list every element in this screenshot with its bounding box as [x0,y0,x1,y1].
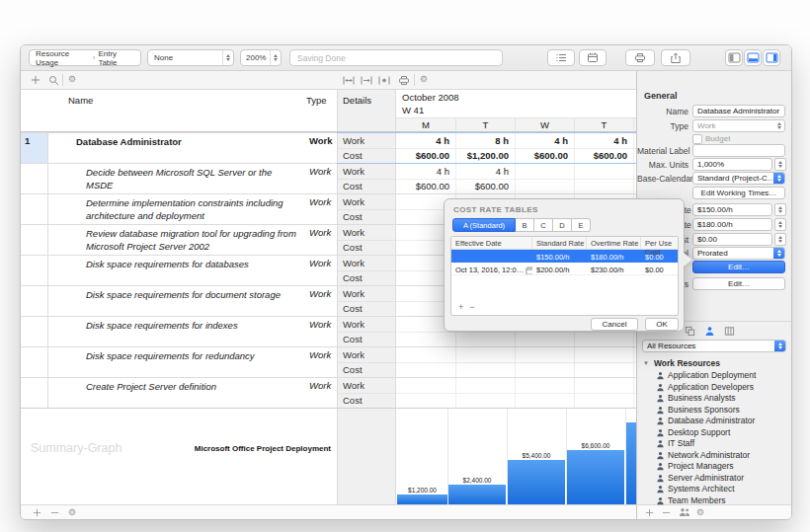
base-calendar-dropdown[interactable]: Standard (Project-C… [692,172,785,185]
task-name-cell[interactable]: Disk space requirements for indexes [48,317,302,332]
task-name-cell[interactable]: Review database migration tool for upgra… [48,225,302,253]
work-value-cell[interactable] [575,347,634,362]
per-use-cost-field[interactable]: $0.00 [692,233,772,246]
action-menu-button[interactable]: ⚙ [68,508,76,517]
row-number-cell[interactable] [21,164,48,193]
view-filter-dropdown[interactable]: None [147,49,234,66]
material-label-field[interactable] [692,144,785,157]
task-name-cell[interactable]: Disk space requirements for databases [48,256,302,270]
per-use-cost-column-header[interactable]: Per Use Cost [641,237,678,249]
breadcrumb[interactable]: Resource Usage › Entry Table [29,49,141,66]
cost-value-cell[interactable] [575,333,634,346]
rate-table-row-selected[interactable]: $150.00/h $180.00/h $0.00 [451,250,678,263]
type-cell[interactable]: Work [302,286,337,299]
row-number-cell[interactable] [21,347,48,377]
edit-working-times-button[interactable]: Edit Working Times… [692,187,785,199]
resources-tab[interactable] [704,326,715,337]
standard-rate-cell[interactable]: $200.00/h [532,263,587,274]
group-resources-button[interactable] [679,507,690,517]
row-number-cell[interactable] [21,378,48,408]
cost-value-cell[interactable] [396,363,456,377]
print-button[interactable] [625,49,655,66]
row-number-cell[interactable] [21,317,48,346]
resource-list-item[interactable]: Team Members [637,495,792,507]
fit-columns-button[interactable] [343,76,355,85]
task-name-cell[interactable]: Determine implementation constraints inc… [48,194,302,222]
add-row-button[interactable] [31,75,40,85]
tab-a-standard[interactable]: A (Standard) [452,218,516,232]
cost-value-cell[interactable]: $600.00 [396,180,456,193]
resource-list-item[interactable]: Server Administrator [637,473,792,485]
details-column-header[interactable]: Details [337,90,396,131]
availabilities-edit-button[interactable]: Edit… [692,277,785,290]
resource-list-item[interactable]: Application Developers [637,382,792,394]
table-row[interactable]: Create Project Server definition Work Wo… [21,377,636,408]
work-value-cell[interactable] [516,378,575,393]
rate-table-row[interactable]: Oct 13, 2016, 12:0… $200.00/h $230.00/h … [451,263,678,275]
work-value-cell[interactable] [456,378,516,393]
resource-name-cell[interactable]: Database Administrator [48,133,302,148]
fit-right-button[interactable] [361,76,372,85]
cost-value-cell[interactable]: $1,200.00 [456,149,516,163]
cost-value-cell[interactable]: $600.00 [456,180,516,193]
toggle-left-panel-button[interactable] [725,49,743,66]
work-value-cell[interactable] [516,164,575,179]
budget-checkbox[interactable] [692,134,702,144]
cost-value-cell[interactable] [516,363,575,377]
cost-value-cell[interactable] [456,394,516,408]
resource-list-item[interactable]: Systems Architect [637,484,792,495]
effective-date-column-header[interactable]: Effective Date [451,237,532,249]
row-number-cell[interactable] [21,256,48,285]
work-value-cell[interactable] [516,347,575,362]
work-value-cell[interactable]: 4 h [456,164,516,179]
work-value-cell[interactable] [575,378,634,393]
autosave-status-field[interactable]: Saving Done [289,49,503,66]
standard-rate-field[interactable]: $150.00/h [692,203,772,216]
cost-value-cell[interactable] [516,394,575,408]
work-value-cell[interactable]: 4 h [575,133,634,148]
type-cell[interactable]: Work [302,347,337,360]
type-cell[interactable]: Work [302,133,337,146]
tab-d[interactable]: D [553,218,572,232]
timescale-settings-button[interactable]: ⚙ [420,75,428,84]
standard-rate-column-header[interactable]: Standard Rate [532,237,587,249]
type-cell[interactable]: Work [302,194,337,207]
tab-e[interactable]: E [572,218,591,232]
remove-resource-button[interactable] [662,508,671,517]
effective-date-cell[interactable]: Oct 13, 2016, 12:0… [451,263,532,274]
task-name-cell[interactable]: Disk space requirements for redundancy [48,347,302,362]
resource-settings-button[interactable]: ⚙ [696,508,704,517]
cost-accrual-dropdown[interactable]: Prorated [692,247,785,260]
breadcrumb-view[interactable]: Resource Usage [36,49,90,67]
cost-value-cell[interactable]: $600.00 [575,149,634,163]
toggle-bottom-panel-button[interactable] [744,49,762,66]
remove-rate-button[interactable]: − [469,302,480,312]
resource-list-item[interactable]: Business Sponsors [637,405,792,417]
resource-groups-tab[interactable] [685,326,695,337]
resource-list-item[interactable]: Database Administrator [637,416,792,427]
add-resource-button[interactable] [645,508,654,517]
work-value-cell[interactable]: 4 h [516,133,575,148]
remove-button[interactable] [50,508,59,517]
standard-rate-cell[interactable]: $150.00/h [532,250,587,262]
per-use-cost-stepper[interactable] [774,233,786,246]
type-column-header[interactable]: Type [306,95,327,106]
per-use-cost-cell[interactable]: $0.00 [641,263,678,274]
work-value-cell[interactable] [575,164,634,179]
overtime-rate-cell[interactable]: $180.00/h [587,250,641,262]
cost-value-cell[interactable] [575,180,634,193]
overtime-rate-column-header[interactable]: Overtime Rate [587,237,641,249]
resource-type-dropdown[interactable]: Work [692,119,785,132]
tab-c[interactable]: C [534,218,553,232]
cost-rate-tables-edit-button[interactable]: Edit… [692,261,785,273]
work-value-cell[interactable] [396,347,456,362]
ok-button[interactable]: OK [645,318,679,331]
table-row[interactable]: Disk space requirements for redundancy W… [21,346,636,377]
type-cell[interactable]: Work [302,225,337,238]
type-cell[interactable]: Work [302,317,337,330]
breadcrumb-table[interactable]: Entry Table [98,49,134,67]
work-value-cell[interactable]: 4 h [396,164,456,179]
work-value-cell[interactable] [396,378,456,393]
row-number-cell[interactable]: 1 [21,133,48,163]
overtime-rate-field[interactable]: $180.00/h [692,218,772,231]
